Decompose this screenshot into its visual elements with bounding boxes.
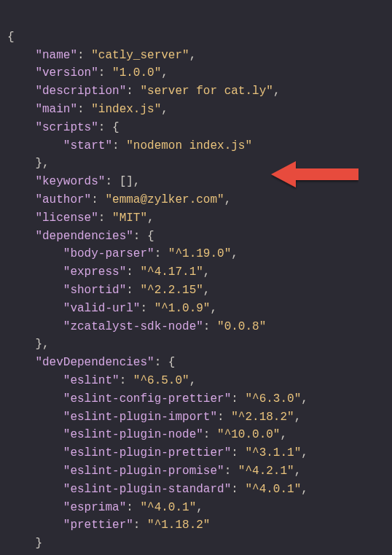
dev-eslint-val: "^6.5.0" <box>133 374 189 387</box>
dev-esprima-val: "^4.0.1" <box>140 501 196 514</box>
dev-esprima-key: "esprima" <box>63 501 126 514</box>
dev-prettier-val: "^1.18.2" <box>147 519 210 532</box>
brace-open: { <box>7 31 15 44</box>
dev-eslint-plugin-prettier-key: "eslint-plugin-prettier" <box>63 446 231 459</box>
start-key: "start" <box>63 139 112 152</box>
dep-shortid-key: "shortid" <box>63 284 126 297</box>
name-val: "catly_server" <box>91 49 189 62</box>
license-val: "MIT" <box>112 211 147 225</box>
dep-body-parser-key: "body-parser" <box>63 247 154 260</box>
dev-eslint-plugin-import-val: "^2.18.2" <box>231 411 294 424</box>
dev-eslint-plugin-promise-key: "eslint-plugin-promise" <box>63 465 224 478</box>
dep-valid-url-key: "valid-url" <box>63 302 141 315</box>
dep-zcatalyst-key: "zcatalyst-sdk-node" <box>63 320 203 333</box>
author-val: "emma@zylker.com" <box>105 193 224 206</box>
dep-valid-url-val: "^1.0.9" <box>154 302 211 315</box>
dep-shortid-val: "^2.2.15" <box>140 284 203 297</box>
dep-zcatalyst-val: "0.0.8" <box>217 320 266 333</box>
dev-eslint-plugin-prettier-val: "^3.1.1" <box>245 446 301 459</box>
name-key: "name" <box>35 49 77 62</box>
author-key: "author" <box>35 193 91 206</box>
dev-eslint-plugin-standard-val: "^4.0.1" <box>245 483 301 496</box>
dev-eslint-config-prettier-key: "eslint-config-prettier" <box>63 392 231 405</box>
description-key: "description" <box>35 85 126 98</box>
dev-prettier-key: "prettier" <box>63 519 133 532</box>
dependencies-key: "dependencies" <box>35 230 133 243</box>
dev-eslint-plugin-standard-key: "eslint-plugin-standard" <box>63 483 231 496</box>
dev-eslint-plugin-promise-val: "^4.2.1" <box>238 465 294 478</box>
license-key: "license" <box>35 211 98 225</box>
description-val: "server for cat.ly" <box>140 85 273 98</box>
devdependencies-key: "devDependencies" <box>35 356 154 369</box>
start-val: "nodemon index.js" <box>126 139 252 152</box>
dev-eslint-plugin-node-key: "eslint-plugin-node" <box>63 428 203 441</box>
keywords-key: "keywords" <box>35 175 105 188</box>
version-val: "1.0.0" <box>112 66 161 79</box>
dev-eslint-plugin-import-key: "eslint-plugin-import" <box>63 411 217 424</box>
dep-express-val: "^4.17.1" <box>140 265 203 279</box>
main-val: "index.js" <box>91 103 161 116</box>
dev-eslint-config-prettier-val: "^6.3.0" <box>245 392 301 405</box>
dev-eslint-plugin-node-val: "^10.0.0" <box>217 428 280 441</box>
main-key: "main" <box>35 103 77 116</box>
dev-eslint-key: "eslint" <box>63 374 119 387</box>
json-code-block: { "name": "catly_server", "version": "1.… <box>7 10 389 555</box>
scripts-key: "scripts" <box>35 121 98 134</box>
version-key: "version" <box>35 66 98 79</box>
dep-body-parser-val: "^1.19.0" <box>168 247 231 260</box>
dep-express-key: "express" <box>63 265 126 279</box>
